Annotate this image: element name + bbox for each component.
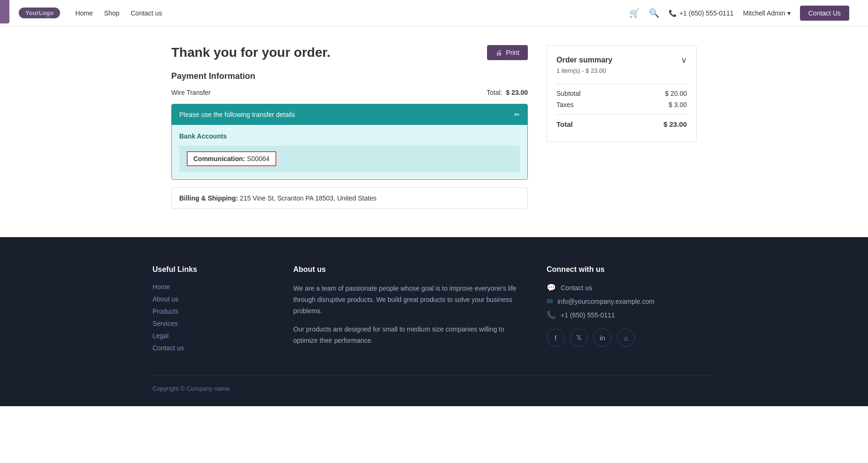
transfer-header: Please use the following transfer detail… <box>172 104 527 125</box>
summary-card: Order summary ∨ 1 item(s) - $ 23.00 Subt… <box>547 45 697 142</box>
connect-contact-us[interactable]: 💬 Contact us <box>547 283 716 292</box>
order-summary: Order summary ∨ 1 item(s) - $ 23.00 Subt… <box>547 45 697 209</box>
useful-links-title: Useful Links <box>152 265 265 274</box>
footer-links-list: Home About us Products Services Legal Co… <box>152 283 265 352</box>
footer-link-about-anchor[interactable]: About us <box>152 295 178 303</box>
summary-title: Order summary <box>556 56 612 64</box>
email-icon: ✉ <box>547 297 553 306</box>
summary-header: Order summary ∨ <box>556 55 687 65</box>
footer-link-home-anchor[interactable]: Home <box>152 283 170 291</box>
chat-icon: 💬 <box>547 283 556 292</box>
about-title: About us <box>293 265 518 274</box>
footer-link-home[interactable]: Home <box>152 283 265 291</box>
footer-link-legal[interactable]: Legal <box>152 332 265 340</box>
cart-icon[interactable]: 🛒 <box>629 8 640 18</box>
about-text-2: Our products are designed for small to m… <box>293 324 518 347</box>
admin-chevron-icon: ▾ <box>787 9 791 17</box>
footer-link-services-anchor[interactable]: Services <box>152 320 178 327</box>
contact-us-button[interactable]: Contact Us <box>800 6 849 21</box>
copyright: Copyright © Company name <box>152 385 229 392</box>
twitter-button[interactable]: 𝕏 <box>570 329 588 347</box>
taxes-value: $ 3.00 <box>669 101 687 108</box>
phone-display: 📞 +1 (650) 555-0111 <box>669 9 734 17</box>
logo-highlight: Logo <box>39 9 54 16</box>
transfer-header-text: Please use the following transfer detail… <box>179 111 295 118</box>
footer-about: About us We are a team of passionate peo… <box>293 265 518 356</box>
connect-email[interactable]: ✉ info@yourcompany.example.com <box>547 297 716 306</box>
bank-accounts-label: Bank Accounts <box>179 132 520 140</box>
order-section: Thank you for your order. 🖨 Print Paymen… <box>171 45 528 209</box>
thank-you-title: Thank you for your order. <box>171 45 330 60</box>
social-buttons: f 𝕏 in ⌂ <box>547 329 716 347</box>
transfer-box: Please use the following transfer detail… <box>171 104 528 180</box>
footer-link-contact[interactable]: Contact us <box>152 344 265 352</box>
footer-link-legal-anchor[interactable]: Legal <box>152 332 168 340</box>
admin-label: Mitchell Admin <box>743 9 785 17</box>
communication-value: S00064 <box>247 155 269 162</box>
payment-row: Wire Transfer Total: $ 23.00 <box>171 89 528 96</box>
connect-title: Connect with us <box>547 265 716 274</box>
footer-connect: Connect with us 💬 Contact us ✉ info@your… <box>547 265 716 356</box>
connect-phone: 📞 +1 (650) 555-0111 <box>547 310 716 319</box>
footer-phone-number: +1 (650) 555-0111 <box>561 311 615 319</box>
corner-badge <box>0 0 9 23</box>
print-button[interactable]: 🖨 Print <box>487 45 528 60</box>
billing-label: Billing & Shipping: <box>179 194 238 202</box>
footer-phone-icon: 📞 <box>547 310 556 319</box>
total-summary-label: Total <box>556 120 573 128</box>
footer-link-about[interactable]: About us <box>152 295 265 303</box>
transfer-body: Bank Accounts Communication: S00064 <box>172 125 527 179</box>
summary-divider-2 <box>556 114 687 115</box>
connect-email-link[interactable]: info@yourcompany.example.com <box>557 298 655 305</box>
logo[interactable]: YourLogo <box>19 8 60 18</box>
communication-box: Communication: S00064 <box>187 151 276 166</box>
linkedin-button[interactable]: in <box>594 329 611 347</box>
facebook-button[interactable]: f <box>547 329 564 347</box>
billing-box: Billing & Shipping: 215 Vine St, Scranto… <box>171 187 528 209</box>
phone-number: +1 (650) 555-0111 <box>679 9 734 17</box>
taxes-label: Taxes <box>556 101 574 108</box>
payment-method: Wire Transfer <box>171 89 211 96</box>
nav-contact[interactable]: Contact us <box>130 9 162 17</box>
footer-top: Useful Links Home About us Products Serv… <box>152 265 716 356</box>
subtotal-value: $ 20.00 <box>665 90 687 97</box>
total-label: Total: <box>487 89 502 96</box>
footer-link-services[interactable]: Services <box>152 320 265 327</box>
total-value: $ 23.00 <box>506 89 528 96</box>
phone-icon: 📞 <box>669 9 677 17</box>
footer-link-contact-anchor[interactable]: Contact us <box>152 344 184 352</box>
summary-chevron-icon[interactable]: ∨ <box>681 55 687 65</box>
subtotal-label: Subtotal <box>556 90 580 97</box>
order-title-row: Thank you for your order. 🖨 Print <box>171 45 528 60</box>
header: YourLogo Home Shop Contact us 🛒 🔍 📞 +1 (… <box>0 0 868 26</box>
search-icon[interactable]: 🔍 <box>649 8 659 18</box>
footer-useful-links: Useful Links Home About us Products Serv… <box>152 265 265 356</box>
total-summary-row: Total $ 23.00 <box>556 120 687 128</box>
payment-info-title: Payment Information <box>171 71 528 81</box>
main-nav: Home Shop Contact us <box>75 9 629 17</box>
nav-shop[interactable]: Shop <box>104 9 120 17</box>
print-label: Print <box>506 49 519 56</box>
print-icon: 🖨 <box>495 49 502 56</box>
home-button[interactable]: ⌂ <box>617 329 635 347</box>
communication-label: Communication: <box>193 155 245 162</box>
admin-menu-button[interactable]: Mitchell Admin ▾ <box>743 9 790 17</box>
footer-bottom: Copyright © Company name <box>152 375 716 392</box>
logo-badge: YourLogo <box>19 8 60 18</box>
footer-link-products[interactable]: Products <box>152 308 265 315</box>
connect-contact-link[interactable]: Contact us <box>561 284 592 292</box>
summary-items: 1 item(s) - $ 23.00 <box>556 67 687 74</box>
communication-section: Communication: S00064 <box>179 146 520 172</box>
about-text-1: We are a team of passionate people whose… <box>293 283 518 316</box>
billing-address: 215 Vine St, Scranton PA 18503, United S… <box>240 194 376 202</box>
footer-link-products-anchor[interactable]: Products <box>152 308 178 315</box>
main-content: Thank you for your order. 🖨 Print Paymen… <box>152 26 716 237</box>
summary-divider <box>556 84 687 84</box>
header-right: 🛒 🔍 📞 +1 (650) 555-0111 Mitchell Admin ▾… <box>629 6 849 21</box>
total-summary-value: $ 23.00 <box>663 120 687 128</box>
total-row: Total: $ 23.00 <box>487 89 528 96</box>
nav-home[interactable]: Home <box>75 9 92 17</box>
edit-icon[interactable]: ✏ <box>514 111 520 118</box>
subtotal-row: Subtotal $ 20.00 <box>556 90 687 97</box>
logo-text: Your <box>25 9 39 16</box>
